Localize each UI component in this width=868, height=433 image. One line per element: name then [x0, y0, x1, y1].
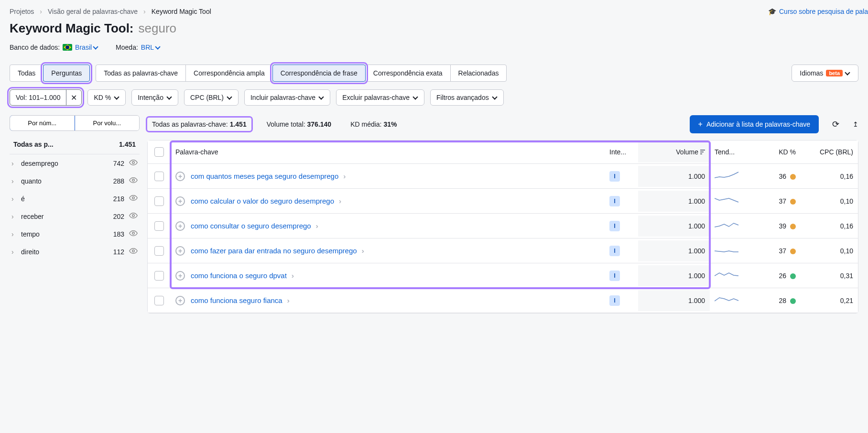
- keyword-link[interactable]: com quantos meses pega seguro desemprego: [191, 172, 338, 180]
- svg-point-5: [132, 250, 135, 252]
- breadcrumb-projects[interactable]: Projetos: [10, 8, 34, 15]
- research-course-link[interactable]: 🎓 Curso sobre pesquisa de pala: [768, 8, 868, 15]
- keyword-link[interactable]: como consultar o seguro desemprego: [191, 222, 311, 230]
- chevron-right-icon: ›: [11, 213, 18, 220]
- eye-icon[interactable]: [129, 158, 138, 168]
- tab-questions[interactable]: Perguntas: [43, 65, 90, 82]
- trend-sparkline: [715, 295, 740, 304]
- eye-icon[interactable]: [129, 176, 138, 186]
- row-checkbox[interactable]: [154, 246, 164, 256]
- expand-icon[interactable]: +: [175, 172, 185, 181]
- column-volume[interactable]: Volume: [638, 141, 710, 162]
- database-selector[interactable]: Banco de dados: Brasil: [10, 43, 98, 51]
- filter-intent[interactable]: Intenção: [131, 89, 178, 106]
- title-query: seguro: [139, 21, 177, 36]
- expand-icon[interactable]: +: [175, 196, 185, 206]
- beta-badge: beta: [826, 70, 843, 76]
- eye-icon[interactable]: [129, 247, 138, 257]
- intent-badge: I: [609, 171, 620, 182]
- sidebar-item-name: tempo: [21, 230, 110, 238]
- summary-kd-average: KD média: 31%: [347, 119, 401, 130]
- chevron-right-icon: ›: [143, 8, 146, 15]
- keyword-link[interactable]: como funciona o seguro dpvat: [191, 271, 287, 280]
- column-trend[interactable]: Tend...: [710, 141, 753, 162]
- currency-selector[interactable]: Moeda: BRL: [116, 43, 161, 51]
- volume-cell: 1.000: [638, 216, 710, 237]
- tab-all-keywords[interactable]: Todas as palavras-chave: [96, 65, 186, 82]
- research-course-label: Curso sobre pesquisa de pala: [779, 8, 868, 15]
- eye-icon[interactable]: [129, 194, 138, 204]
- column-intent[interactable]: Inte...: [605, 141, 638, 162]
- filter-advanced[interactable]: Filtros avançados: [430, 89, 504, 106]
- database-value: Brasil: [75, 43, 92, 51]
- intent-badge: I: [609, 246, 620, 256]
- chevron-down-icon: [167, 95, 172, 100]
- filter-volume-active[interactable]: Vol: 101–1.000 ✕: [10, 89, 82, 106]
- languages-dropdown[interactable]: Idiomas beta: [792, 65, 858, 82]
- tab-related[interactable]: Relacionadas: [450, 65, 507, 82]
- sidebar-item-receber[interactable]: › receber 202: [10, 207, 140, 225]
- sidebar-item-é[interactable]: › é 218: [10, 190, 140, 207]
- eye-icon[interactable]: [129, 211, 138, 221]
- select-all-checkbox[interactable]: [154, 147, 164, 157]
- eye-icon[interactable]: [129, 229, 138, 239]
- filter-cpc[interactable]: CPC (BRL): [184, 89, 239, 106]
- summary-kd-avg-label: KD média:: [350, 120, 381, 128]
- currency-label: Moeda:: [116, 43, 138, 51]
- chevron-right-icon: ›: [40, 8, 42, 15]
- currency-value: BRL: [141, 43, 154, 51]
- intent-badge: I: [609, 221, 620, 231]
- plus-icon: +: [698, 120, 703, 129]
- intent-badge: I: [609, 271, 620, 281]
- sidebar-item-tempo[interactable]: › tempo 183: [10, 225, 140, 243]
- sort-by-number[interactable]: Por núm...: [10, 115, 75, 131]
- sidebar: Por núm... Por volu... Todas as p... 1.4…: [10, 115, 140, 260]
- refresh-icon[interactable]: ⟳: [830, 117, 841, 131]
- sidebar-item-desemprego[interactable]: › desemprego 742: [10, 154, 140, 172]
- row-checkbox[interactable]: [154, 196, 164, 206]
- export-truncated[interactable]: ↥: [853, 120, 858, 128]
- column-keyword[interactable]: Palavra-chave: [171, 141, 605, 162]
- summary-total-vol-value: 376.140: [307, 120, 332, 128]
- filter-include-keywords[interactable]: Incluir palavras-chave: [244, 89, 330, 106]
- filter-kd[interactable]: KD %: [87, 89, 126, 106]
- tab-all[interactable]: Todas: [10, 65, 43, 82]
- chevron-down-icon: [94, 45, 98, 50]
- row-checkbox[interactable]: [154, 296, 164, 305]
- sort-by-volume[interactable]: Por volu...: [75, 116, 140, 130]
- tab-phrase-match[interactable]: Correspondência de frase: [272, 65, 366, 82]
- sidebar-item-direito[interactable]: › direito 112: [10, 243, 140, 260]
- breadcrumb-overview[interactable]: Visão geral de palavras-chave: [48, 8, 138, 15]
- expand-icon[interactable]: +: [175, 221, 185, 231]
- sidebar-header[interactable]: Todas as p... 1.451: [10, 135, 140, 154]
- expand-icon[interactable]: +: [175, 296, 185, 305]
- svg-point-2: [132, 197, 135, 199]
- row-checkbox[interactable]: [154, 221, 164, 231]
- svg-point-4: [132, 232, 135, 235]
- close-icon[interactable]: ✕: [66, 90, 81, 105]
- filter-exclude-keywords[interactable]: Excluir palavras-chave: [336, 89, 424, 106]
- keyword-link[interactable]: como fazer para dar entrada no seguro de…: [191, 247, 357, 255]
- expand-icon[interactable]: +: [175, 271, 185, 281]
- expand-icon[interactable]: +: [175, 246, 185, 256]
- column-kd[interactable]: KD %: [753, 141, 801, 162]
- kd-difficulty-dot: [790, 249, 796, 254]
- kd-difficulty-dot: [790, 273, 796, 279]
- column-cpc[interactable]: CPC (BRL): [801, 141, 858, 162]
- tab-exact-match[interactable]: Correspondência exata: [365, 65, 451, 82]
- svg-point-3: [132, 215, 135, 217]
- keyword-link[interactable]: como funciona seguro fianca: [191, 296, 282, 304]
- chevron-down-icon: [228, 95, 232, 100]
- keyword-link[interactable]: como calcular o valor do seguro desempre…: [191, 197, 334, 205]
- sidebar-item-count: 288: [113, 177, 124, 185]
- cpc-cell: 0,31: [801, 265, 858, 286]
- add-to-keyword-list-button[interactable]: + Adicionar à lista de palavras-chave: [690, 115, 819, 133]
- sidebar-item-quanto[interactable]: › quanto 288: [10, 172, 140, 190]
- kd-difficulty-dot: [790, 174, 796, 180]
- kd-cell: 28: [753, 290, 801, 311]
- summary-total-volume: Volume total: 376.140: [263, 119, 335, 130]
- row-checkbox[interactable]: [154, 271, 164, 281]
- sidebar-item-name: direito: [21, 248, 110, 256]
- tab-broad-match[interactable]: Correspondência ampla: [185, 65, 273, 82]
- row-checkbox[interactable]: [154, 172, 164, 181]
